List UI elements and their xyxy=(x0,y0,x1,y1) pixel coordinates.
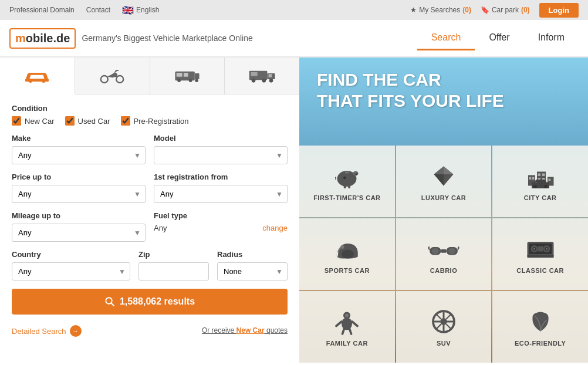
zip-col: Zip xyxy=(138,250,209,280)
svg-point-46 xyxy=(341,245,344,249)
mileage-label: Mileage up to xyxy=(12,211,146,220)
logo: mobile.de xyxy=(9,28,76,49)
vehicle-tabs xyxy=(0,58,299,94)
svg-point-68 xyxy=(345,314,349,317)
radius-label: Radius xyxy=(217,250,288,259)
contact-link[interactable]: Contact xyxy=(86,6,110,14)
svg-point-59 xyxy=(546,248,548,250)
vehicle-tab-truck[interactable] xyxy=(225,58,299,94)
registration-label: 1st registration from xyxy=(154,173,288,181)
star-icon: ★ xyxy=(410,6,417,14)
svg-rect-23 xyxy=(344,185,346,188)
search-button[interactable]: 1,588,062 results xyxy=(12,289,288,315)
nav-search[interactable]: Search xyxy=(417,26,475,50)
detailed-search-link[interactable]: Detailed Search → xyxy=(12,325,82,337)
car-category-sports[interactable]: SPORTS CAR xyxy=(299,218,395,290)
sunglasses-icon xyxy=(426,234,461,263)
svg-point-22 xyxy=(353,171,359,176)
nav-inform[interactable]: Inform xyxy=(524,26,579,50)
car-category-suv[interactable]: SUV xyxy=(396,291,492,363)
family-label: FAMILY CAR xyxy=(326,340,368,347)
new-car-quotes-link[interactable]: New Car xyxy=(236,326,265,334)
svg-rect-7 xyxy=(184,73,188,77)
top-bar: Professional Domain Contact 🇬🇧 English ★… xyxy=(0,0,588,20)
svg-marker-29 xyxy=(444,167,454,175)
svg-line-65 xyxy=(352,322,357,326)
arrow-circle-icon: → xyxy=(70,325,82,337)
used-car-input[interactable] xyxy=(65,116,75,126)
used-car-checkbox[interactable]: Used Car xyxy=(65,116,110,126)
condition-label: Condition xyxy=(12,104,288,113)
rv-icon xyxy=(173,67,202,85)
price-select[interactable]: Any xyxy=(12,185,146,203)
mileage-select-wrapper: Any ▼ xyxy=(12,224,146,242)
piggy-icon xyxy=(329,161,364,191)
main-nav: Search Offer Inform xyxy=(417,26,579,50)
svg-point-58 xyxy=(533,248,535,250)
first-timer-label: FIRST-TIMER'S CAR xyxy=(313,194,380,201)
vehicle-tab-car[interactable] xyxy=(0,58,75,94)
fuel-change-link[interactable]: change xyxy=(262,224,288,232)
new-car-checkbox[interactable]: New Car xyxy=(12,116,55,126)
svg-point-1 xyxy=(42,79,46,83)
car-category-eco[interactable]: ECO-FRIENDLY xyxy=(492,291,588,363)
car-category-luxury[interactable]: LUXURY CAR xyxy=(396,146,492,217)
zip-input[interactable] xyxy=(138,262,209,280)
make-select[interactable]: Any xyxy=(12,146,146,164)
svg-rect-26 xyxy=(345,172,349,174)
car-category-cabrio[interactable]: CABRIO xyxy=(396,218,492,290)
svg-rect-61 xyxy=(527,255,553,258)
registration-select[interactable]: Any xyxy=(154,185,288,203)
vehicle-tab-motorcycle[interactable] xyxy=(75,58,150,94)
model-select[interactable] xyxy=(154,146,288,164)
country-col: Country Any ▼ xyxy=(12,250,130,280)
car-category-first-timer[interactable]: FIRST-TIMER'S CAR xyxy=(299,146,395,217)
vehicle-tab-rv[interactable] xyxy=(150,58,225,94)
svg-rect-41 xyxy=(548,179,550,181)
pre-reg-checkbox[interactable]: Pre-Registration xyxy=(121,116,189,126)
svg-rect-14 xyxy=(251,72,257,76)
logo-area: mobile.de Germany's Biggest Vehicle Mark… xyxy=(9,28,253,49)
make-select-wrapper: Any ▼ xyxy=(12,146,146,164)
search-icon xyxy=(104,296,115,307)
header: mobile.de Germany's Biggest Vehicle Mark… xyxy=(0,20,588,58)
new-car-input[interactable] xyxy=(12,116,21,126)
svg-point-70 xyxy=(440,318,447,325)
svg-point-50 xyxy=(432,248,439,255)
mileage-select[interactable]: Any xyxy=(12,224,146,242)
country-select-wrapper: Any ▼ xyxy=(12,262,130,280)
country-select[interactable]: Any xyxy=(12,262,130,280)
radius-select-wrapper: None ▼ xyxy=(217,262,288,280)
helmet-icon xyxy=(329,234,364,263)
svg-rect-49 xyxy=(441,249,446,253)
svg-line-66 xyxy=(343,329,344,334)
fuel-row: Any change xyxy=(154,224,288,232)
car-park-link[interactable]: 🔖 Car park (0) xyxy=(481,6,530,14)
cabrio-label: CABRIO xyxy=(430,267,457,274)
make-col: Make Any ▼ xyxy=(12,134,146,164)
mileage-col: Mileage up to Any ▼ xyxy=(12,211,146,242)
login-button[interactable]: Login xyxy=(539,3,579,18)
professional-domain-link[interactable]: Professional Domain xyxy=(9,6,75,14)
nav-offer[interactable]: Offer xyxy=(475,26,523,50)
svg-rect-6 xyxy=(177,73,183,77)
car-category-family[interactable]: FAMILY CAR xyxy=(299,291,395,363)
radius-col: Radius None ▼ xyxy=(217,250,288,280)
pre-reg-input[interactable] xyxy=(121,116,130,126)
luxury-label: LUXURY CAR xyxy=(421,194,467,201)
radius-select[interactable]: None xyxy=(217,262,288,280)
svg-line-64 xyxy=(336,322,342,326)
make-label: Make xyxy=(12,134,146,143)
price-label: Price up to xyxy=(12,173,146,181)
cassette-icon xyxy=(523,234,558,263)
classic-label: CLASSIC CAR xyxy=(516,267,564,274)
svg-rect-60 xyxy=(538,246,543,252)
car-category-classic[interactable]: CLASSIC CAR xyxy=(492,218,588,290)
language-selector[interactable]: 🇬🇧 English xyxy=(122,5,159,16)
main-content: Condition New Car Used Car Pre-Registrat… xyxy=(0,58,588,363)
model-label: Model xyxy=(154,134,288,143)
bookmark-icon: 🔖 xyxy=(481,6,489,14)
my-searches-link[interactable]: ★ My Searches (0) xyxy=(410,6,471,14)
svg-line-76 xyxy=(446,325,451,329)
car-category-city[interactable]: CITY CAR xyxy=(492,146,588,217)
